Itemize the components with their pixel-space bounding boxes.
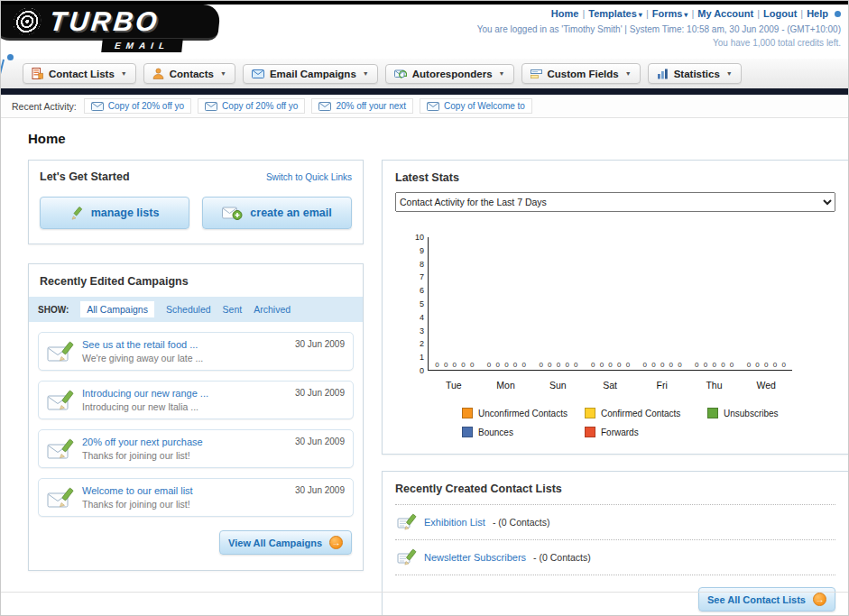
stats-range-select[interactable]: Contact Activity for the Last 7 Days xyxy=(395,192,835,212)
separator: | xyxy=(757,8,760,19)
filter-archived[interactable]: Archived xyxy=(254,304,291,315)
chart-x-label: Wed xyxy=(740,380,792,391)
chart-x-label: Tue xyxy=(428,380,480,391)
campaign-subtitle: Thanks for joining our list! xyxy=(82,499,287,510)
switch-quick-links-link[interactable]: Switch to Quick Links xyxy=(266,172,352,182)
contact-list-detail: - (0 Contacts) xyxy=(533,552,591,563)
statistics-icon xyxy=(657,68,669,79)
logo-text-turbo: TURBO xyxy=(48,6,161,37)
recent-activity-link: Copy of 20% off yo xyxy=(108,101,184,111)
campaign-text: Introducing our new range ...Introducing… xyxy=(82,388,287,412)
chart-y-tick: 8 xyxy=(420,260,424,269)
campaign-filters: All CampaignsScheduledSentArchived xyxy=(80,301,291,317)
recent-activity-item[interactable]: 20% off your next xyxy=(311,98,413,114)
top-link-my-account[interactable]: My Account xyxy=(697,8,753,19)
top-link-help[interactable]: Help xyxy=(807,8,828,19)
envelope-icon xyxy=(427,102,439,111)
custom-fields-icon xyxy=(531,68,542,79)
chart-plot: 0 0 0 0 00 0 0 0 00 0 0 0 00 0 0 0 00 0 … xyxy=(428,237,792,371)
chart-value-labels: 0 0 0 0 0 xyxy=(532,361,585,369)
tab-email-campaigns[interactable]: Email Campaigns▼ xyxy=(243,64,378,84)
legend-item-unconfirmed-contacts: Unconfirmed Contacts xyxy=(462,408,581,418)
top-link-logout[interactable]: Logout xyxy=(763,8,797,19)
filter-sent[interactable]: Sent xyxy=(223,304,243,315)
recent-activity-link: Copy of Welcome to xyxy=(444,101,525,111)
top-link-home[interactable]: Home xyxy=(551,8,579,19)
tab-contacts[interactable]: Contacts▼ xyxy=(143,63,235,84)
contact-list-link[interactable]: Exhibition List xyxy=(424,517,485,528)
chart-value-labels: 0 0 0 0 0 xyxy=(585,361,637,369)
campaign-title-link[interactable]: 20% off your next purchase xyxy=(82,437,287,447)
legend-label: Confirmed Contacts xyxy=(601,409,680,418)
campaign-subtitle: Thanks for joining our list! xyxy=(82,450,287,461)
recent-activity-link: Copy of 20% off yo xyxy=(222,101,298,111)
legend-swatch xyxy=(585,427,595,437)
filter-scheduled[interactable]: Scheduled xyxy=(166,304,211,315)
pencil-card-icon xyxy=(397,548,417,566)
chart-y-tick: 6 xyxy=(420,286,424,295)
envelope-pencil-icon xyxy=(47,485,74,510)
chart-y-axis: 109876543210 xyxy=(408,233,428,375)
email-campaigns-icon xyxy=(252,69,264,78)
legend-item-forwards: Forwards xyxy=(585,427,704,437)
contact-list-item[interactable]: Exhibition List- (0 Contacts) xyxy=(395,505,835,540)
tab-contact-lists[interactable]: Contact Lists▼ xyxy=(23,63,136,84)
chart-group-tue: 0 0 0 0 0 xyxy=(429,237,481,370)
chart-value-labels: 0 0 0 0 0 xyxy=(688,361,741,369)
chevron-down-icon: ▾ xyxy=(639,11,642,19)
chart-y-tick: 1 xyxy=(420,353,424,362)
campaign-rows: See us at the retail food ...We're givin… xyxy=(29,322,363,517)
legend-label: Bounces xyxy=(478,428,513,437)
latest-stats-panel: Latest Stats Contact Activity for the La… xyxy=(382,160,849,455)
recent-activity-item[interactable]: Copy of Welcome to xyxy=(420,98,532,114)
campaign-row[interactable]: Introducing our new range ...Introducing… xyxy=(38,381,354,419)
filter-all-campaigns[interactable]: All Campaigns xyxy=(80,301,154,317)
envelope-pencil-icon xyxy=(47,339,74,363)
app-logo: TURBO EMAIL xyxy=(1,5,254,59)
legend-item-confirmed-contacts: Confirmed Contacts xyxy=(585,408,704,418)
recent-activity-item[interactable]: Copy of 20% off yo xyxy=(84,98,191,114)
chart-y-tick: 4 xyxy=(420,313,424,322)
separator: | xyxy=(646,8,649,19)
create-an-email-button[interactable]: create an email xyxy=(202,197,352,229)
contact-list-link[interactable]: Newsletter Subscribers xyxy=(424,552,526,563)
campaign-row[interactable]: Welcome to our email listThanks for join… xyxy=(38,478,354,517)
envelope-pencil-icon xyxy=(47,437,74,461)
top-link-forms[interactable]: Forms▾ xyxy=(652,8,688,19)
top-link-templates[interactable]: Templates▾ xyxy=(588,8,642,19)
tab-custom-fields[interactable]: Custom Fields▼ xyxy=(521,63,641,84)
chart-group-thu: 0 0 0 0 0 xyxy=(688,237,741,370)
chevron-down-icon: ▼ xyxy=(499,70,505,77)
chart-y-tick: 9 xyxy=(420,246,424,255)
campaigns-filter-bar: SHOW: All CampaignsScheduledSentArchived xyxy=(29,297,363,322)
arrow-right-icon: → xyxy=(329,536,343,549)
recent-activity-item[interactable]: Copy of 20% off yo xyxy=(198,98,305,114)
antenna-dot-decoration xyxy=(7,54,14,60)
legend-swatch xyxy=(462,427,473,437)
chart-y-tick: 0 xyxy=(420,366,424,375)
tab-autoresponders[interactable]: Autoresponders▼ xyxy=(385,64,514,84)
manage-lists-button[interactable]: manage lists xyxy=(40,197,189,229)
chart-group-sun: 0 0 0 0 0 xyxy=(532,237,585,370)
tab-statistics[interactable]: Statistics▼ xyxy=(648,63,742,84)
recent-activity-label: Recent Activity: xyxy=(12,101,77,112)
campaign-title-link[interactable]: Introducing our new range ... xyxy=(82,388,287,399)
campaign-title-link[interactable]: Welcome to our email list xyxy=(82,485,287,496)
latest-stats-title: Latest Stats xyxy=(383,161,848,192)
footer-divider xyxy=(1,592,848,593)
turbo-swirl-icon xyxy=(13,8,42,35)
view-all-campaigns-button[interactable]: View All Campaigns → xyxy=(219,530,352,555)
logo-banner: TURBO xyxy=(0,5,221,41)
campaign-row[interactable]: 20% off your next purchaseThanks for joi… xyxy=(38,429,354,468)
chart-y-tick: 5 xyxy=(420,299,424,308)
notification-dot-icon xyxy=(835,11,841,17)
contact-list-item[interactable]: Newsletter Subscribers- (0 Contacts) xyxy=(395,540,835,575)
campaign-title-link[interactable]: See us at the retail food ... xyxy=(82,339,287,350)
campaign-row[interactable]: See us at the retail food ...We're givin… xyxy=(38,332,354,371)
create-an-email-label: create an email xyxy=(250,207,331,219)
tab-label: Contact Lists xyxy=(49,69,115,79)
get-started-title: Let's Get Started xyxy=(40,170,130,183)
envelope-pencil-icon xyxy=(47,388,74,412)
chart-group-sat: 0 0 0 0 0 xyxy=(585,237,637,370)
chart-value-labels: 0 0 0 0 0 xyxy=(636,361,688,369)
